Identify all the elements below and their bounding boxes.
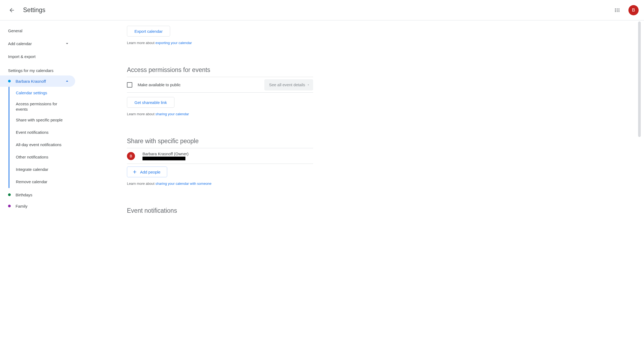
calendar-color-dot xyxy=(8,193,11,196)
section-event-notifications: Event notifications xyxy=(127,207,313,214)
sidebar-heading: Settings for my calendars xyxy=(0,63,75,75)
apps-grid-icon xyxy=(614,8,620,13)
sidebar-sub-event-notifications[interactable]: Event notifications xyxy=(9,126,75,139)
header: Settings B xyxy=(0,0,644,20)
learn-more-prefix: Learn more about xyxy=(127,182,155,186)
sidebar-sub-integrate[interactable]: Integrate calendar xyxy=(9,163,75,176)
section-export: Export calendar Learn more about exporti… xyxy=(127,26,313,45)
export-calendar-button[interactable]: Export calendar xyxy=(127,26,170,37)
sidebar-calendar-birthdays[interactable]: Birthdays xyxy=(0,189,75,200)
calendar-color-dot xyxy=(8,80,11,82)
sidebar-item-label: Add calendar xyxy=(8,41,32,46)
account-avatar[interactable]: B xyxy=(628,5,639,15)
checkbox-label: Make available to public xyxy=(138,82,181,87)
sidebar-calendar-primary[interactable]: Barbara Krasnoff xyxy=(0,75,75,87)
share-person-name: Barbara Krasnoff (Owner) xyxy=(142,151,188,156)
dropdown-label: See all event details xyxy=(269,82,305,87)
export-learn-more-link[interactable]: exporting your calendar xyxy=(155,41,192,45)
get-shareable-link-button[interactable]: Get shareable link xyxy=(127,97,174,108)
sidebar-sub-list: Calendar settings Access permissions for… xyxy=(9,87,75,188)
apps-launcher-button[interactable] xyxy=(611,4,624,17)
section-share-specific: Share with specific people B Barbara Kra… xyxy=(127,138,313,186)
section-access-permissions: Access permissions for events Make avail… xyxy=(127,66,313,116)
share-someone-learn-more: Learn more about sharing your calendar w… xyxy=(127,182,313,186)
sidebar-sub-remove[interactable]: Remove calendar xyxy=(9,176,75,188)
chevron-down-icon xyxy=(64,41,70,46)
sharing-learn-more-link[interactable]: sharing your calendar xyxy=(155,112,189,116)
visibility-dropdown: See all event details xyxy=(264,79,313,91)
arrow-left-icon xyxy=(9,7,15,13)
section-title: Event notifications xyxy=(127,207,313,214)
back-button[interactable] xyxy=(5,4,18,17)
sidebar-sub-other-notifications[interactable]: Other notifications xyxy=(9,151,75,163)
main-content: Export calendar Learn more about exporti… xyxy=(75,20,644,343)
share-person-email-redacted xyxy=(142,157,185,160)
permissions-row: Make available to public See all event d… xyxy=(127,77,313,93)
sidebar-sub-all-day[interactable]: All-day event notifications xyxy=(9,139,75,151)
sidebar-item-label: Family xyxy=(16,204,27,208)
section-title: Access permissions for events xyxy=(127,66,313,77)
checkbox-icon xyxy=(127,82,132,88)
learn-more-prefix: Learn more about xyxy=(127,41,155,45)
section-title: Share with specific people xyxy=(127,138,313,148)
sidebar-item-label: Barbara Krasnoff xyxy=(16,79,64,84)
calendar-color-dot xyxy=(8,205,11,207)
sidebar-calendar-family[interactable]: Family xyxy=(0,200,75,212)
add-people-button[interactable]: Add people xyxy=(127,167,167,177)
sidebar-sub-share-specific[interactable]: Share with specific people xyxy=(9,114,75,126)
plus-icon xyxy=(132,169,137,175)
sidebar-item-add-calendar[interactable]: Add calendar xyxy=(0,37,75,50)
triangle-down-icon xyxy=(307,83,310,86)
share-avatar: B xyxy=(127,152,135,160)
scrollbar-thumb[interactable] xyxy=(638,21,641,137)
sharing-learn-more: Learn more about sharing your calendar xyxy=(127,112,313,116)
button-label: Add people xyxy=(140,170,160,174)
sidebar: General Add calendar Import & export Set… xyxy=(0,20,75,343)
make-public-checkbox-wrap[interactable]: Make available to public xyxy=(127,82,181,88)
share-person-row: B Barbara Krasnoff (Owner) xyxy=(127,148,313,164)
sidebar-item-general[interactable]: General xyxy=(0,24,75,37)
chevron-up-icon xyxy=(64,78,70,84)
sidebar-sub-calendar-settings[interactable]: Calendar settings xyxy=(9,87,75,99)
sidebar-item-import-export[interactable]: Import & export xyxy=(0,50,75,63)
share-someone-learn-more-link[interactable]: sharing your calendar with someone xyxy=(155,182,211,186)
sidebar-sub-access-permissions[interactable]: Access permissions for events xyxy=(9,99,75,114)
sidebar-item-label: Birthdays xyxy=(16,193,32,197)
page-title: Settings xyxy=(23,6,611,14)
learn-more-prefix: Learn more about xyxy=(127,112,155,116)
export-learn-more: Learn more about exporting your calendar xyxy=(127,41,313,45)
